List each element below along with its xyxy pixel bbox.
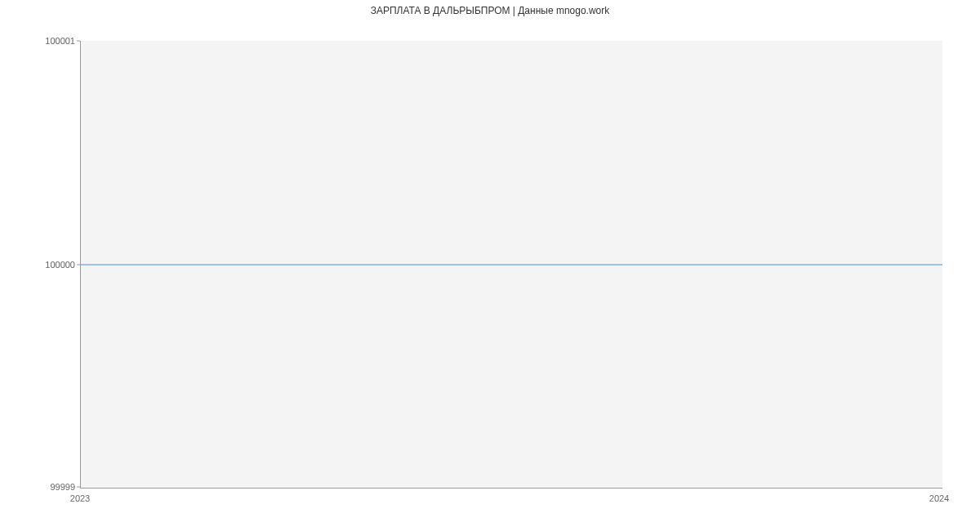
y-tick-mark [77, 487, 80, 488]
x-tick-label-right: 2024 [929, 493, 949, 503]
x-tick-label-left: 2023 [70, 493, 90, 503]
y-tick-label-mid: 100000 [45, 260, 75, 270]
y-tick-label-bottom: 99999 [50, 482, 75, 492]
data-line [81, 264, 942, 265]
y-tick-mark [77, 265, 80, 266]
chart-title: ЗАРПЛАТА В ДАЛЬРЫБПРОМ | Данные mnogo.wo… [0, 5, 980, 16]
y-tick-mark [77, 41, 80, 42]
plot-area [80, 41, 942, 489]
y-tick-label-top: 100001 [45, 36, 75, 46]
salary-chart: ЗАРПЛАТА В ДАЛЬРЫБПРОМ | Данные mnogo.wo… [0, 0, 980, 531]
